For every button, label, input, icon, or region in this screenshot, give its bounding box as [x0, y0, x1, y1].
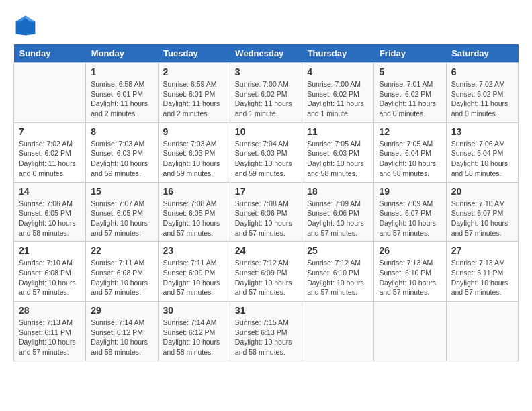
- calendar-cell: 20Sunrise: 7:10 AM Sunset: 6:07 PM Dayli…: [446, 182, 518, 242]
- svg-marker-0: [16, 16, 36, 36]
- day-info: Sunrise: 7:08 AM Sunset: 6:05 PM Dayligh…: [163, 199, 225, 238]
- page-header: [13, 13, 519, 38]
- calendar-cell: 22Sunrise: 7:11 AM Sunset: 6:08 PM Dayli…: [86, 242, 158, 302]
- calendar-cell: [302, 302, 374, 361]
- weekday-header-friday: Friday: [374, 44, 446, 63]
- day-info: Sunrise: 7:12 AM Sunset: 6:10 PM Dayligh…: [307, 258, 369, 298]
- weekday-header-sunday: Sunday: [14, 44, 86, 63]
- calendar-cell: 13Sunrise: 7:06 AM Sunset: 6:04 PM Dayli…: [446, 122, 518, 182]
- day-info: Sunrise: 7:03 AM Sunset: 6:03 PM Dayligh…: [91, 139, 152, 179]
- day-info: Sunrise: 7:11 AM Sunset: 6:09 PM Dayligh…: [163, 258, 225, 298]
- day-info: Sunrise: 7:00 AM Sunset: 6:02 PM Dayligh…: [307, 79, 369, 119]
- calendar-cell: [14, 63, 86, 123]
- calendar-cell: 10Sunrise: 7:04 AM Sunset: 6:03 PM Dayli…: [230, 122, 302, 182]
- week-row-3: 14Sunrise: 7:06 AM Sunset: 6:05 PM Dayli…: [14, 182, 519, 242]
- day-info: Sunrise: 7:12 AM Sunset: 6:09 PM Dayligh…: [235, 258, 297, 298]
- day-info: Sunrise: 7:14 AM Sunset: 6:12 PM Dayligh…: [163, 318, 225, 357]
- day-info: Sunrise: 7:07 AM Sunset: 6:05 PM Dayligh…: [91, 199, 152, 238]
- calendar-cell: 19Sunrise: 7:09 AM Sunset: 6:07 PM Dayli…: [374, 182, 446, 242]
- calendar-cell: 5Sunrise: 7:01 AM Sunset: 6:02 PM Daylig…: [374, 63, 446, 123]
- calendar-cell: [374, 302, 446, 361]
- day-info: Sunrise: 7:02 AM Sunset: 6:02 PM Dayligh…: [451, 79, 513, 119]
- day-info: Sunrise: 7:05 AM Sunset: 6:04 PM Dayligh…: [379, 139, 441, 179]
- week-row-5: 28Sunrise: 7:13 AM Sunset: 6:11 PM Dayli…: [14, 302, 519, 361]
- day-info: Sunrise: 7:08 AM Sunset: 6:06 PM Dayligh…: [235, 199, 297, 238]
- calendar-cell: 30Sunrise: 7:14 AM Sunset: 6:12 PM Dayli…: [158, 302, 230, 361]
- day-number: 12: [379, 126, 441, 137]
- day-info: Sunrise: 7:14 AM Sunset: 6:12 PM Dayligh…: [91, 318, 152, 357]
- day-number: 4: [307, 66, 369, 77]
- day-number: 2: [163, 66, 225, 77]
- week-row-4: 21Sunrise: 7:10 AM Sunset: 6:08 PM Dayli…: [14, 242, 519, 302]
- calendar-cell: 31Sunrise: 7:15 AM Sunset: 6:13 PM Dayli…: [230, 302, 302, 361]
- logo-icon: [13, 13, 38, 38]
- calendar-cell: 23Sunrise: 7:11 AM Sunset: 6:09 PM Dayli…: [158, 242, 230, 302]
- week-row-1: 1Sunrise: 6:58 AM Sunset: 6:01 PM Daylig…: [14, 63, 519, 123]
- calendar-cell: 2Sunrise: 6:59 AM Sunset: 6:01 PM Daylig…: [158, 63, 230, 123]
- day-number: 29: [91, 305, 152, 316]
- calendar-cell: [446, 302, 518, 361]
- day-info: Sunrise: 7:10 AM Sunset: 6:08 PM Dayligh…: [19, 258, 81, 298]
- calendar-cell: 8Sunrise: 7:03 AM Sunset: 6:03 PM Daylig…: [86, 122, 158, 182]
- day-info: Sunrise: 6:59 AM Sunset: 6:01 PM Dayligh…: [163, 79, 225, 119]
- day-info: Sunrise: 7:13 AM Sunset: 6:11 PM Dayligh…: [19, 318, 81, 357]
- day-info: Sunrise: 7:06 AM Sunset: 6:05 PM Dayligh…: [19, 199, 81, 238]
- day-number: 21: [19, 245, 81, 256]
- calendar-table: SundayMondayTuesdayWednesdayThursdayFrid…: [13, 44, 519, 361]
- calendar-cell: 4Sunrise: 7:00 AM Sunset: 6:02 PM Daylig…: [302, 63, 374, 123]
- calendar-cell: 28Sunrise: 7:13 AM Sunset: 6:11 PM Dayli…: [14, 302, 86, 361]
- day-info: Sunrise: 7:13 AM Sunset: 6:10 PM Dayligh…: [379, 258, 441, 298]
- day-number: 10: [235, 126, 297, 137]
- day-number: 18: [307, 186, 369, 197]
- day-number: 17: [235, 186, 297, 197]
- day-info: Sunrise: 7:15 AM Sunset: 6:13 PM Dayligh…: [235, 318, 297, 357]
- day-number: 5: [379, 66, 441, 77]
- day-info: Sunrise: 7:00 AM Sunset: 6:02 PM Dayligh…: [235, 79, 297, 119]
- weekday-header-saturday: Saturday: [446, 44, 518, 63]
- day-info: Sunrise: 7:02 AM Sunset: 6:02 PM Dayligh…: [19, 139, 81, 179]
- calendar-cell: 11Sunrise: 7:05 AM Sunset: 6:03 PM Dayli…: [302, 122, 374, 182]
- calendar-cell: 21Sunrise: 7:10 AM Sunset: 6:08 PM Dayli…: [14, 242, 86, 302]
- calendar-cell: 29Sunrise: 7:14 AM Sunset: 6:12 PM Dayli…: [86, 302, 158, 361]
- calendar-cell: 27Sunrise: 7:13 AM Sunset: 6:11 PM Dayli…: [446, 242, 518, 302]
- calendar-cell: 15Sunrise: 7:07 AM Sunset: 6:05 PM Dayli…: [86, 182, 158, 242]
- calendar-cell: 3Sunrise: 7:00 AM Sunset: 6:02 PM Daylig…: [230, 63, 302, 123]
- day-info: Sunrise: 7:10 AM Sunset: 6:07 PM Dayligh…: [451, 199, 513, 238]
- calendar-cell: 24Sunrise: 7:12 AM Sunset: 6:09 PM Dayli…: [230, 242, 302, 302]
- day-number: 1: [91, 66, 152, 77]
- calendar-cell: 14Sunrise: 7:06 AM Sunset: 6:05 PM Dayli…: [14, 182, 86, 242]
- day-info: Sunrise: 7:09 AM Sunset: 6:06 PM Dayligh…: [307, 199, 369, 238]
- day-info: Sunrise: 7:13 AM Sunset: 6:11 PM Dayligh…: [451, 258, 513, 298]
- calendar-cell: 25Sunrise: 7:12 AM Sunset: 6:10 PM Dayli…: [302, 242, 374, 302]
- day-info: Sunrise: 7:06 AM Sunset: 6:04 PM Dayligh…: [451, 139, 513, 179]
- weekday-header-wednesday: Wednesday: [230, 44, 302, 63]
- day-number: 9: [163, 126, 225, 137]
- calendar-cell: 7Sunrise: 7:02 AM Sunset: 6:02 PM Daylig…: [14, 122, 86, 182]
- day-number: 19: [379, 186, 441, 197]
- day-number: 20: [451, 186, 513, 197]
- weekday-header-row: SundayMondayTuesdayWednesdayThursdayFrid…: [14, 44, 519, 63]
- day-number: 16: [163, 186, 225, 197]
- day-number: 8: [91, 126, 152, 137]
- day-info: Sunrise: 7:05 AM Sunset: 6:03 PM Dayligh…: [307, 139, 369, 179]
- day-info: Sunrise: 7:04 AM Sunset: 6:03 PM Dayligh…: [235, 139, 297, 179]
- day-number: 26: [379, 245, 441, 256]
- day-number: 15: [91, 186, 152, 197]
- day-number: 31: [235, 305, 297, 316]
- weekday-header-thursday: Thursday: [302, 44, 374, 63]
- logo: [13, 13, 42, 38]
- day-number: 6: [451, 66, 513, 77]
- calendar-cell: 18Sunrise: 7:09 AM Sunset: 6:06 PM Dayli…: [302, 182, 374, 242]
- day-number: 22: [91, 245, 152, 256]
- week-row-2: 7Sunrise: 7:02 AM Sunset: 6:02 PM Daylig…: [14, 122, 519, 182]
- day-number: 7: [19, 126, 81, 137]
- calendar-cell: 12Sunrise: 7:05 AM Sunset: 6:04 PM Dayli…: [374, 122, 446, 182]
- day-info: Sunrise: 7:01 AM Sunset: 6:02 PM Dayligh…: [379, 79, 441, 119]
- day-number: 13: [451, 126, 513, 137]
- day-number: 3: [235, 66, 297, 77]
- calendar-cell: 26Sunrise: 7:13 AM Sunset: 6:10 PM Dayli…: [374, 242, 446, 302]
- day-number: 27: [451, 245, 513, 256]
- day-number: 28: [19, 305, 81, 316]
- day-info: Sunrise: 7:09 AM Sunset: 6:07 PM Dayligh…: [379, 199, 441, 238]
- calendar-cell: 6Sunrise: 7:02 AM Sunset: 6:02 PM Daylig…: [446, 63, 518, 123]
